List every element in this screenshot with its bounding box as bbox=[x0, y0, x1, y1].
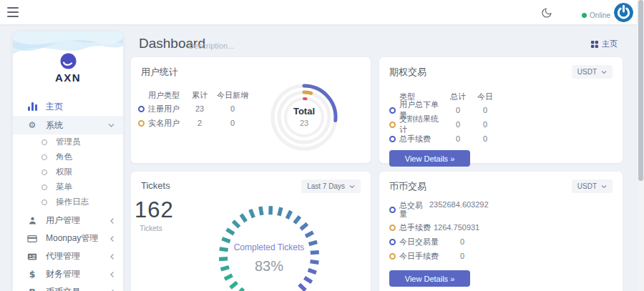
date-range-select[interactable]: Last 7 Days bbox=[301, 179, 361, 193]
series-dot-icon bbox=[389, 136, 396, 142]
chevron-down-icon bbox=[601, 70, 607, 74]
view-details-button[interactable]: View Details » bbox=[389, 270, 470, 287]
dashboard-screen: Online AXN bbox=[0, 0, 644, 291]
bitcoin-icon: B bbox=[26, 287, 38, 291]
sidebar-subitem-label: 操作日志 bbox=[56, 197, 89, 207]
sidebar-item-label: 币币交易 bbox=[46, 286, 80, 291]
bar-chart-icon bbox=[26, 102, 38, 111]
card-tickets: Tickets Last 7 Days 162 Tickets Complete… bbox=[131, 172, 371, 291]
row-today: 0 bbox=[214, 104, 251, 113]
row-today: 0 bbox=[471, 134, 499, 143]
sidebar-subitem-roles[interactable]: 角色 bbox=[13, 149, 123, 164]
gauge-label: Completed Tickets bbox=[215, 242, 323, 252]
sidebar-item-label: 财务管理 bbox=[46, 268, 80, 280]
sidebar-subitem-menus[interactable]: 菜单 bbox=[13, 179, 123, 194]
online-label: Online bbox=[590, 11, 610, 19]
sidebar-item-label: Moonpay管理 bbox=[46, 232, 98, 245]
sidebar-item-home[interactable]: 主页 bbox=[13, 97, 123, 116]
view-details-button[interactable]: View Details » bbox=[389, 150, 470, 167]
sidebar-item-finance-mgmt[interactable]: $ 财务管理 bbox=[13, 265, 123, 283]
sidebar-item-agent-mgmt[interactable]: 代理管理 bbox=[13, 247, 123, 265]
chevron-left-icon bbox=[109, 271, 114, 277]
tickets-count-caption: Tickets bbox=[135, 225, 167, 232]
series-dot-icon bbox=[389, 239, 396, 245]
menu-toggle-icon[interactable] bbox=[7, 7, 19, 17]
sidebar-item-label: 用户管理 bbox=[46, 214, 80, 227]
series-dot-icon bbox=[389, 225, 396, 231]
row-label: 交割结果统计 bbox=[399, 114, 445, 135]
sidebar-subitem-label: 菜单 bbox=[56, 182, 72, 192]
user-icon bbox=[26, 216, 38, 225]
card-user-stats: 用户统计 用户类型 累计 今日新增 注册用户 23 0 实名用户 2 0 bbox=[131, 57, 371, 163]
series-dot-icon bbox=[389, 253, 396, 260]
scrollbar-thumb[interactable] bbox=[638, 0, 643, 181]
dollar-icon: $ bbox=[26, 269, 38, 280]
dark-mode-icon[interactable] bbox=[541, 7, 552, 19]
col-today: 今日 bbox=[471, 92, 499, 102]
currency-select[interactable]: USDT bbox=[572, 179, 613, 193]
sidebar-item-spot-trading[interactable]: B 币币交易 bbox=[13, 283, 123, 291]
row-value: 2352684.603292 bbox=[429, 200, 489, 209]
sidebar-item-system[interactable]: ⚙ 系统 bbox=[13, 116, 123, 134]
series-dot-icon bbox=[138, 106, 145, 112]
user-avatar[interactable] bbox=[614, 3, 633, 22]
card-options-trading: 期权交易 USDT 类型 总计 今日 用户总下单量 0 0 交割结果统计 0 bbox=[379, 57, 623, 163]
series-dot-icon bbox=[389, 207, 396, 213]
col-total: 累计 bbox=[185, 90, 214, 101]
row-total: 0 bbox=[445, 120, 471, 129]
sidebar-brand-area: AXN bbox=[13, 31, 123, 97]
sidebar-item-label: 代理管理 bbox=[46, 250, 80, 262]
home-grid-icon bbox=[591, 41, 598, 48]
tickets-count: 162 bbox=[135, 197, 174, 223]
gear-icon: ⚙ bbox=[26, 120, 38, 130]
col-total: 总计 bbox=[445, 92, 471, 102]
tickets-gauge-chart: Completed Tickets 83% bbox=[215, 202, 323, 291]
sidebar-item-moonpay-mgmt[interactable]: Moonpay管理 bbox=[13, 230, 123, 247]
circle-icon bbox=[42, 184, 47, 190]
row-total: 2 bbox=[185, 119, 214, 127]
circle-icon bbox=[42, 169, 47, 175]
sidebar-nav: 主页 ⚙ 系统 管理员 角色 权限 bbox=[13, 97, 123, 291]
sidebar-subitem-admins[interactable]: 管理员 bbox=[13, 134, 123, 149]
topbar: Online bbox=[0, 0, 644, 24]
row-today: 0 bbox=[214, 119, 251, 127]
currency-value: USDT bbox=[577, 68, 597, 76]
currency-value: USDT bbox=[577, 182, 597, 190]
list-item: 总手续费 1264.750931 bbox=[389, 220, 613, 235]
row-total: 0 bbox=[445, 106, 471, 114]
sidebar-subitem-label: 管理员 bbox=[56, 137, 81, 147]
circle-icon bbox=[42, 199, 47, 205]
row-label: 今日手续费 bbox=[399, 251, 448, 262]
chevron-left-icon bbox=[109, 217, 114, 224]
scrollbar-track[interactable] bbox=[637, 0, 644, 291]
list-item: 今日交易量 0 bbox=[389, 235, 613, 249]
row-label: 注册用户 bbox=[148, 104, 185, 114]
credit-card-icon bbox=[26, 235, 38, 243]
row-total: 23 bbox=[185, 104, 214, 113]
online-status: Online bbox=[582, 11, 610, 19]
row-value: 1264.750931 bbox=[434, 223, 479, 232]
list-item: 今日手续费 0 bbox=[389, 249, 613, 263]
row-value: 0 bbox=[448, 237, 477, 246]
breadcrumb[interactable]: 主页 bbox=[591, 39, 618, 49]
brand-name: AXN bbox=[13, 71, 123, 84]
sidebar-subitem-label: 角色 bbox=[56, 152, 72, 162]
col-user-type: 用户类型 bbox=[148, 90, 185, 101]
sidebar-item-label: 主页 bbox=[46, 101, 63, 113]
row-label: 总手续费 bbox=[399, 134, 445, 144]
card-title: 用户统计 bbox=[138, 66, 364, 79]
series-dot-icon bbox=[138, 120, 145, 127]
sidebar-subitem-operation-logs[interactable]: 操作日志 bbox=[13, 194, 123, 209]
row-label: 总手续费 bbox=[399, 222, 431, 233]
sidebar-subitem-label: 权限 bbox=[56, 167, 72, 177]
chevron-down-icon bbox=[108, 122, 114, 128]
circle-icon bbox=[42, 154, 47, 160]
row-label: 总交易量 bbox=[399, 201, 426, 218]
sidebar: AXN 主页 ⚙ 系统 管理员 角色 bbox=[13, 31, 123, 291]
sidebar-subitem-permissions[interactable]: 权限 bbox=[13, 164, 123, 179]
sidebar-item-user-mgmt[interactable]: 用户管理 bbox=[13, 212, 123, 230]
user-stats-radial-chart: Total 23 bbox=[265, 79, 343, 156]
id-card-icon bbox=[26, 252, 38, 261]
currency-select[interactable]: USDT bbox=[572, 65, 613, 79]
circle-icon bbox=[42, 139, 47, 145]
